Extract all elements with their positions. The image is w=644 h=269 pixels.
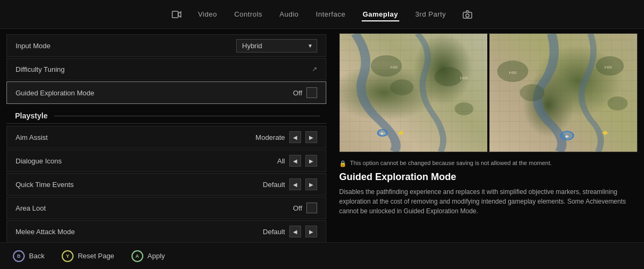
top-navigation: Video Controls Audio Interface Gameplay … (0, 0, 644, 29)
camera-icon[interactable] (462, 9, 473, 20)
dialogue-icons-value: All ◀ ▶ (277, 155, 317, 167)
difficulty-tuning-label: Difficulty Tuning (16, 65, 65, 73)
map-preview-left: Hill Hill + (340, 34, 487, 152)
dialogue-icons-row: Dialogue Icons All ◀ ▶ (6, 150, 326, 172)
quick-time-events-prev-button[interactable]: ◀ (289, 178, 301, 190)
reset-page-button[interactable]: Y Reset Page (62, 250, 114, 262)
playstyle-label: Playstyle (15, 111, 48, 120)
back-button[interactable]: B Back (13, 250, 45, 262)
preview-images-container: Hill Hill + (339, 33, 638, 152)
svg-point-3 (466, 14, 469, 17)
aim-assist-value: Moderate ◀ ▶ (255, 131, 317, 143)
quick-time-events-next-button[interactable]: ▶ (305, 178, 317, 190)
svg-marker-19 (602, 131, 609, 135)
bottom-bar: B Back Y Reset Page A Apply (0, 242, 644, 269)
input-mode-value[interactable]: Hybrid Keyboard & Mouse Controller ▼ (236, 39, 317, 53)
melee-attack-mode-value: Default ◀ ▶ (263, 226, 317, 237)
svg-text:Hill: Hill (509, 71, 516, 75)
lock-notice-text: This option cannot be changed because sa… (350, 160, 552, 166)
svg-point-14 (519, 84, 544, 101)
aim-assist-prev-button[interactable]: ◀ (289, 131, 301, 143)
description-section: 🔒 This option cannot be changed because … (339, 158, 638, 218)
info-title: Guided Exploration Mode (339, 171, 638, 183)
melee-attack-mode-label: Melee Attack Mode (16, 228, 75, 236)
info-description: Disables the pathfinding experience and … (339, 187, 638, 216)
quick-time-events-value-text: Default (263, 181, 285, 189)
nav-3rd-party[interactable]: 3rd Party (414, 8, 447, 20)
melee-attack-mode-value-text: Default (263, 228, 285, 236)
nav-video[interactable]: Video (197, 8, 218, 20)
svg-point-5 (390, 79, 413, 95)
difficulty-tuning-row[interactable]: Difficulty Tuning ↗ (6, 58, 326, 80)
aim-assist-label: Aim Assist (16, 133, 48, 141)
nav-audio[interactable]: Audio (279, 8, 300, 20)
svg-text:+: + (565, 134, 569, 139)
area-loot-value: Off (293, 203, 317, 213)
section-divider (54, 116, 320, 116)
playstyle-section-header: Playstyle (6, 106, 326, 124)
svg-text:Hill: Hill (460, 76, 467, 80)
nav-gameplay[interactable]: Gameplay (362, 8, 399, 20)
quick-time-events-label: Quick Time Events (16, 181, 74, 189)
info-panel: Hill Hill + (333, 29, 644, 242)
back-label: Back (29, 252, 45, 260)
reset-page-label: Reset Page (78, 252, 114, 260)
input-mode-select-wrapper[interactable]: Hybrid Keyboard & Mouse Controller ▼ (236, 39, 317, 53)
guided-exploration-row[interactable]: Guided Exploration Mode Off (6, 81, 326, 104)
main-content: Input Mode Hybrid Keyboard & Mouse Contr… (0, 29, 644, 242)
quick-time-events-value: Default ◀ ▶ (263, 178, 317, 190)
guided-exploration-value: Off (293, 87, 317, 98)
lock-notice: 🔒 This option cannot be changed because … (339, 160, 638, 167)
svg-text:+: + (380, 131, 384, 136)
guided-exploration-label: Guided Exploration Mode (16, 89, 94, 97)
map-preview-right: Hill Hill + (489, 34, 637, 152)
quick-time-events-row: Quick Time Events Default ◀ ▶ (6, 173, 326, 196)
apply-label: Apply (148, 252, 165, 260)
nav-interface[interactable]: Interface (315, 8, 347, 20)
lock-icon: 🔒 (339, 160, 347, 167)
svg-point-16 (608, 96, 628, 110)
input-mode-row: Input Mode Hybrid Keyboard & Mouse Contr… (6, 34, 326, 57)
external-link-icon: ↗ (312, 65, 317, 73)
svg-rect-0 (172, 11, 178, 18)
svg-text:Hill: Hill (390, 65, 398, 70)
b-button-icon: B (13, 250, 25, 262)
dialogue-icons-label: Dialogue Icons (16, 157, 62, 165)
aim-assist-next-button[interactable]: ▶ (305, 131, 317, 143)
svg-point-7 (455, 102, 473, 115)
area-loot-row: Area Loot Off (6, 197, 326, 219)
dialogue-icons-next-button[interactable]: ▶ (305, 155, 317, 167)
melee-attack-prev-button[interactable]: ◀ (289, 226, 301, 237)
apply-button[interactable]: A Apply (131, 250, 165, 262)
aim-assist-value-text: Moderate (255, 133, 285, 141)
a-button-icon: A (131, 250, 143, 262)
melee-attack-next-button[interactable]: ▶ (305, 226, 317, 237)
area-loot-label: Area Loot (16, 204, 46, 212)
input-mode-label: Input Mode (16, 42, 50, 50)
input-mode-select[interactable]: Hybrid Keyboard & Mouse Controller (236, 39, 317, 53)
dialogue-icons-prev-button[interactable]: ◀ (289, 155, 301, 167)
aim-assist-row: Aim Assist Moderate ◀ ▶ (6, 126, 326, 148)
y-button-icon: Y (62, 250, 74, 262)
video-icon (171, 9, 182, 20)
guided-exploration-toggle[interactable] (306, 87, 317, 98)
svg-text:Hill: Hill (604, 65, 612, 70)
dialogue-icons-value-text: All (277, 157, 285, 165)
svg-point-6 (435, 67, 463, 86)
area-loot-toggle[interactable] (306, 203, 317, 213)
melee-attack-mode-row: Melee Attack Mode Default ◀ ▶ (6, 220, 326, 242)
nav-controls[interactable]: Controls (233, 8, 263, 20)
guided-exploration-value-text: Off (293, 89, 302, 97)
settings-panel: Input Mode Hybrid Keyboard & Mouse Contr… (0, 29, 333, 242)
svg-marker-10 (398, 131, 405, 135)
area-loot-value-text: Off (293, 204, 302, 212)
